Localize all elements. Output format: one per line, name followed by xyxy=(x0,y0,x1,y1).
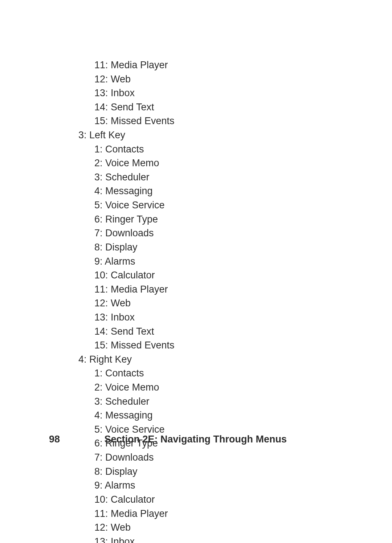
list-item: 7: Downloads xyxy=(78,450,348,465)
list-item: 11: Media Player xyxy=(78,58,348,72)
list-item: 12: Web xyxy=(78,296,348,310)
list-item: 2: Voice Memo xyxy=(78,156,348,170)
list-item: 2: Voice Memo xyxy=(78,380,348,395)
list-item: 9: Alarms xyxy=(78,254,348,269)
list-item: 14: Send Text xyxy=(78,324,348,339)
list-item: 1: Contacts xyxy=(78,142,348,156)
list-item: 1: Contacts xyxy=(78,366,348,380)
list-item: 5: Voice Service xyxy=(78,198,348,212)
list-item: 11: Media Player xyxy=(78,282,348,297)
list-item: 6: Ringer Type xyxy=(78,212,348,226)
list-item: 12: Web xyxy=(78,520,348,535)
list-item: 10: Calculator xyxy=(78,268,348,282)
page-content: 11: Media Player 12: Web 13: Inbox 14: S… xyxy=(0,0,392,543)
list-item: 15: Missed Events xyxy=(78,338,348,352)
section-header-left-key: 3: Left Key xyxy=(78,128,348,142)
list-item: 3: Scheduler xyxy=(78,395,348,409)
list-item: 7: Downloads xyxy=(78,226,348,240)
list-item: 8: Display xyxy=(78,465,348,479)
list-item: 13: Inbox xyxy=(78,86,348,100)
list-item: 8: Display xyxy=(78,240,348,254)
section-header-right-key: 4: Right Key xyxy=(78,352,348,367)
page-footer: 98 Section 2E: Navigating Through Menus xyxy=(0,434,392,445)
list-item: 14: Send Text xyxy=(78,100,348,114)
list-item: 11: Media Player xyxy=(78,507,348,521)
list-item: 12: Web xyxy=(78,72,348,86)
section-title: Section 2E: Navigating Through Menus xyxy=(104,434,287,445)
list-item: 9: Alarms xyxy=(78,478,348,493)
menu-list: 11: Media Player 12: Web 13: Inbox 14: S… xyxy=(78,58,348,543)
list-item: 4: Messaging xyxy=(78,408,348,422)
page-number: 98 xyxy=(49,434,60,445)
list-item: 3: Scheduler xyxy=(78,170,348,184)
list-item: 15: Missed Events xyxy=(78,114,348,128)
list-item: 10: Calculator xyxy=(78,493,348,507)
list-item: 4: Messaging xyxy=(78,184,348,198)
list-item: 13: Inbox xyxy=(78,535,348,543)
list-item: 13: Inbox xyxy=(78,310,348,324)
